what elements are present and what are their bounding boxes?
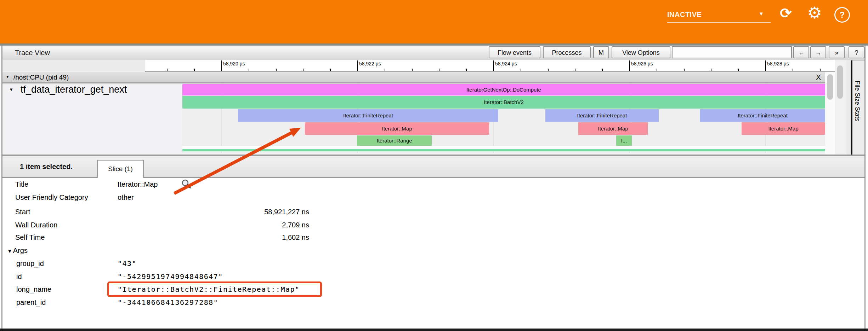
nav-left-button[interactable]: ← bbox=[793, 46, 809, 58]
trace-slice-iterator-finiterepeat[interactable]: Iterator::FiniteRepeat bbox=[545, 109, 659, 122]
args-section-header[interactable]: ▼Args bbox=[7, 245, 28, 256]
close-icon[interactable]: X bbox=[813, 72, 824, 82]
arg-key-long-name: long_name bbox=[16, 284, 51, 295]
arg-value-parent-id: "-344106684136297288" bbox=[118, 297, 218, 308]
ruler-minor-tick bbox=[466, 69, 467, 71]
sidebar-gap bbox=[846, 60, 851, 155]
trace-slice-iterator-map[interactable]: Iterator::Map bbox=[742, 122, 825, 135]
ruler-minor-tick bbox=[521, 69, 521, 71]
ruler-major-tick bbox=[629, 60, 630, 71]
trace-slice-iterator-batchv2[interactable]: Iterator::BatchV2 bbox=[182, 96, 825, 109]
status-dropdown[interactable]: INACTIVE bbox=[667, 7, 771, 23]
ruler-minor-tick bbox=[249, 69, 249, 71]
ruler-minor-tick bbox=[575, 69, 575, 71]
ruler-minor-tick bbox=[820, 69, 821, 71]
refresh-icon[interactable]: ⟳ bbox=[778, 5, 794, 21]
trace-viewer-page: INACTIVE ▼ ⟳ ⚙ ? Trace View Flow events … bbox=[0, 0, 868, 331]
trace-search-input[interactable] bbox=[672, 46, 792, 58]
trace-slice-iterator-map[interactable]: Iterator::Map bbox=[578, 122, 648, 135]
arg-key-parent-id: parent_id bbox=[16, 297, 46, 308]
trace-slice-iterator-map[interactable]: Iterator::Map bbox=[305, 122, 489, 135]
thread-expander-icon[interactable]: ▾ bbox=[10, 86, 13, 93]
window-bottom-edge bbox=[0, 329, 868, 331]
ruler-minor-tick bbox=[548, 69, 549, 71]
help-icon[interactable]: ? bbox=[834, 7, 850, 23]
panel-right-border bbox=[864, 46, 866, 329]
arg-key-id: id bbox=[16, 271, 22, 282]
trace-slice-iterator-finiterepeat[interactable]: Iterator::FiniteRepeat bbox=[238, 109, 498, 122]
field-value-wall-duration: 2,709 ns bbox=[168, 220, 309, 230]
ruler-tick-label: 58,926 µs bbox=[631, 61, 653, 66]
thread-track-label: tf_data_iterator_get_next bbox=[21, 84, 127, 95]
ruler-minor-tick bbox=[684, 69, 685, 71]
nav-right-button[interactable]: → bbox=[810, 46, 826, 58]
flow-events-button[interactable]: Flow events bbox=[489, 46, 540, 58]
trace-slice-iterator-finiterepeat[interactable]: Iterator::FiniteRepeat bbox=[700, 109, 825, 122]
ruler-major-tick bbox=[357, 60, 358, 71]
process-track-header[interactable] bbox=[2, 72, 825, 83]
ruler-minor-tick bbox=[385, 69, 385, 71]
field-value-title: Iterator::Map bbox=[118, 179, 158, 190]
arg-key-group-id: group_id bbox=[16, 258, 44, 269]
help-button[interactable]: ? bbox=[849, 46, 864, 58]
ruler-major-tick bbox=[221, 60, 222, 71]
trace-slice-batch-sliver[interactable] bbox=[182, 149, 825, 151]
trace-slice-iterator-get-next-op[interactable]: IteratorGetNextOp::DoCompute bbox=[182, 84, 825, 95]
triangle-down-icon: ▼ bbox=[7, 248, 12, 254]
trace-slice-iterator-range[interactable]: Iterator::Range bbox=[357, 135, 432, 146]
metrics-button[interactable]: M bbox=[593, 46, 609, 58]
trace-view-title: Trace View bbox=[15, 46, 50, 60]
arg-value-id: "-5429951974994848647" bbox=[118, 271, 223, 282]
ruler-minor-tick bbox=[303, 69, 303, 71]
ruler-minor-tick bbox=[276, 69, 277, 71]
field-label-title: Title bbox=[15, 179, 28, 190]
ruler-minor-tick bbox=[167, 69, 168, 71]
gear-icon[interactable]: ⚙ bbox=[806, 4, 823, 22]
field-label-wall-duration: Wall Duration bbox=[15, 220, 57, 230]
ruler-major-tick bbox=[493, 60, 494, 71]
view-options-button[interactable]: View Options bbox=[612, 46, 670, 58]
process-track-label: /host:CPU (pid 49) bbox=[13, 72, 69, 82]
ruler-minor-tick bbox=[194, 69, 195, 71]
search-icon[interactable] bbox=[181, 179, 191, 189]
ruler-major-tick bbox=[765, 60, 766, 71]
process-expander-icon[interactable]: ▾ bbox=[6, 74, 9, 79]
view-scrollbar-thumb[interactable] bbox=[837, 65, 843, 99]
file-size-stats-label: File Size Stats bbox=[853, 81, 861, 121]
track-gap bbox=[182, 146, 825, 149]
selection-summary-text: 1 item selected. bbox=[20, 156, 73, 177]
ruler-tick-label: 58,920 µs bbox=[223, 61, 245, 66]
ruler-minor-tick bbox=[412, 69, 413, 71]
highlight-box-annotation bbox=[107, 281, 322, 297]
tab-slice[interactable]: Slice (1) bbox=[97, 160, 144, 178]
ruler-minor-tick bbox=[602, 69, 603, 71]
processes-button[interactable]: Processes bbox=[543, 46, 591, 58]
field-value-category: other bbox=[118, 192, 134, 203]
ruler-minor-tick bbox=[439, 69, 439, 71]
ruler-minor-tick bbox=[711, 69, 711, 71]
field-value-self-time: 1,602 ns bbox=[168, 232, 309, 243]
ruler-tick-label: 58,928 µs bbox=[767, 61, 789, 66]
field-value-start: 58,921,227 ns bbox=[168, 207, 309, 217]
field-label-start: Start bbox=[15, 207, 30, 217]
args-label: Args bbox=[13, 246, 28, 254]
track-scrollbar-thumb[interactable] bbox=[827, 74, 833, 100]
ruler-minor-tick bbox=[330, 69, 331, 71]
ruler-minor-tick bbox=[793, 69, 793, 71]
ruler-minor-tick bbox=[738, 69, 739, 71]
ruler-left-pad bbox=[2, 60, 145, 71]
ruler-tick-label: 58,924 µs bbox=[495, 61, 517, 66]
arg-value-group-id: "43" bbox=[118, 258, 137, 269]
chevron-down-icon[interactable]: ▼ bbox=[759, 11, 764, 17]
ruler-tick-label: 58,922 µs bbox=[359, 61, 381, 66]
field-label-self-time: Self Time bbox=[15, 232, 45, 243]
field-label-category: User Friendly Category bbox=[15, 192, 88, 203]
trace-slice-iterator-range[interactable]: I... bbox=[616, 135, 632, 146]
collapse-button[interactable]: » bbox=[829, 46, 845, 58]
ruler-minor-tick bbox=[657, 69, 657, 71]
